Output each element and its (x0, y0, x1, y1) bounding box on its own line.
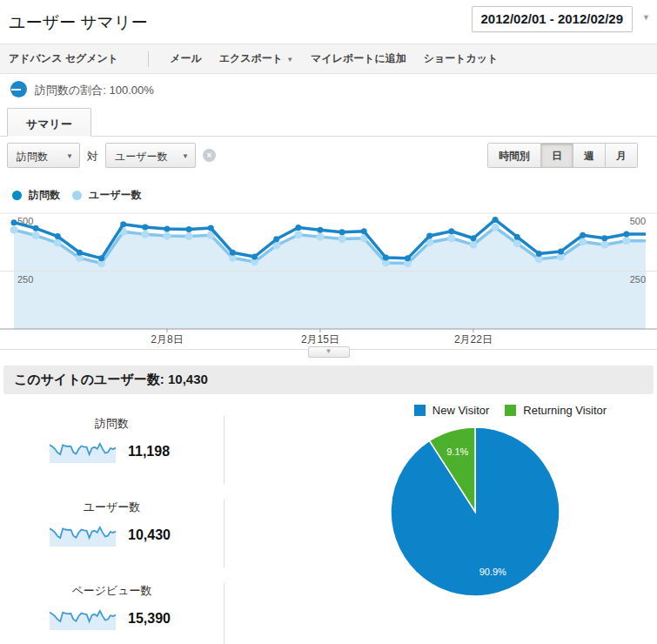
visitor-type-section: New Visitor Returning Visitor 90.9%9.1% (348, 399, 657, 644)
svg-text:2月15日: 2月15日 (301, 333, 339, 345)
chart-collapse-row: ▼ (0, 346, 657, 360)
analytics-report-page: ユーザー サマリー 2012/02/01 - 2012/02/29 ▼ アドバン… (0, 0, 657, 644)
page-title: ユーザー サマリー (9, 11, 148, 34)
vs-label: 対 (87, 149, 98, 164)
users-sparkline (50, 524, 116, 547)
metric-value: 15,390 (128, 611, 171, 627)
mail-button[interactable]: メール (161, 51, 211, 66)
granularity-week-button[interactable]: 週 (573, 144, 605, 167)
series1-dot-icon (12, 191, 22, 200)
metrics-column: 訪問数 11,198 ユーザー数 10,430 ページビュー数 15,390 (0, 402, 225, 644)
report-header: ユーザー サマリー 2012/02/01 - 2012/02/29 ▼ (0, 0, 657, 44)
advanced-segment-button[interactable]: アドバンス セグメント (0, 51, 127, 66)
segment-label: 訪問数の割合: 100.00% (35, 83, 154, 98)
visitor-type-pie-chart: 90.9%9.1% (388, 425, 562, 599)
series1-label: 訪問数 (29, 188, 60, 203)
granularity-month-button[interactable]: 月 (605, 144, 637, 167)
svg-text:250: 250 (630, 274, 646, 285)
svg-text:250: 250 (17, 274, 33, 285)
shortcut-button[interactable]: ショートカット (415, 51, 507, 66)
series2-dot-icon (72, 191, 82, 200)
metric-label: ユーザー数 (0, 500, 224, 515)
primary-metric-select[interactable]: 訪問数 ▼ (7, 143, 80, 168)
report-tab-bar: サマリー (0, 107, 657, 137)
secondary-metric-label: ユーザー数 (115, 151, 168, 163)
pageviews-sparkline (50, 607, 116, 630)
collapse-chart-button[interactable]: ▼ (308, 346, 350, 358)
export-button[interactable]: エクスポート▼ (211, 51, 302, 66)
summary-label: このサイトのユーザー数: (14, 372, 164, 386)
svg-text:2月22日: 2月22日 (454, 333, 493, 345)
metric-value: 10,430 (128, 527, 171, 543)
select-caret-icon: ▼ (182, 152, 189, 160)
export-caret-icon: ▼ (286, 56, 293, 64)
add-to-dashboard-button[interactable]: マイレポートに追加 (302, 51, 415, 66)
svg-text:9.1%: 9.1% (446, 446, 468, 457)
site-users-summary-bar: このサイトのユーザー数: 10,430 (3, 366, 654, 394)
metric-pageviews: ページビュー数 15,390 (0, 583, 225, 644)
metric-label: ページビュー数 (0, 583, 224, 599)
svg-text:500: 500 (630, 216, 646, 226)
granularity-hourly-button[interactable]: 時間別 (488, 144, 540, 167)
new-visitor-label: New Visitor (432, 404, 490, 417)
svg-text:2月8日: 2月8日 (151, 333, 183, 345)
date-range-selector[interactable]: 2012/02/01 - 2012/02/29 (472, 6, 633, 32)
chart-controls: 訪問数 ▼ 対 ユーザー数 ▼ × 時間別 日 週 月 (0, 143, 657, 171)
svg-text:90.9%: 90.9% (479, 567, 506, 577)
tab-summary[interactable]: サマリー (7, 108, 91, 137)
export-label: エクスポート (219, 52, 283, 64)
new-visitor-swatch-icon (414, 405, 426, 416)
returning-visitor-label: Returning Visitor (523, 404, 607, 417)
metric-users: ユーザー数 10,430 (0, 500, 225, 567)
granularity-day-button[interactable]: 日 (540, 144, 573, 167)
collapse-arrow-icon: ▼ (325, 347, 332, 355)
date-range-value: 2012/02/01 - 2012/02/29 (481, 11, 623, 26)
clear-comparison-icon[interactable]: × (203, 149, 216, 162)
report-toolbar: アドバンス セグメント メール エクスポート▼ マイレポートに追加 ショートカッ… (0, 44, 657, 74)
metric-label: 訪問数 (0, 416, 224, 432)
returning-visitor-swatch-icon (505, 405, 516, 416)
select-caret-icon: ▼ (66, 152, 73, 160)
segment-pie-icon (10, 81, 27, 97)
metric-visits: 訪問数 11,198 (0, 416, 225, 484)
visits-sparkline (50, 440, 116, 463)
date-range-dropdown-icon[interactable]: ▼ (642, 13, 650, 22)
series2-label: ユーザー数 (89, 188, 142, 203)
toolbar-divider (148, 51, 149, 67)
visits-timeseries-chart[interactable]: 2502505005002月8日2月15日2月22日 (0, 209, 657, 345)
summary-value: 10,430 (168, 372, 208, 386)
segment-indicator-row: 訪問数の割合: 100.00% (0, 74, 657, 107)
pie-legend: New Visitor Returning Visitor (348, 404, 657, 417)
metric-value: 11,198 (128, 444, 170, 460)
secondary-metric-select[interactable]: ユーザー数 ▼ (105, 143, 196, 168)
granularity-button-group: 時間別 日 週 月 (487, 143, 638, 168)
chart-legend: 訪問数 ユーザー数 (0, 186, 142, 204)
primary-metric-label: 訪問数 (17, 151, 48, 163)
